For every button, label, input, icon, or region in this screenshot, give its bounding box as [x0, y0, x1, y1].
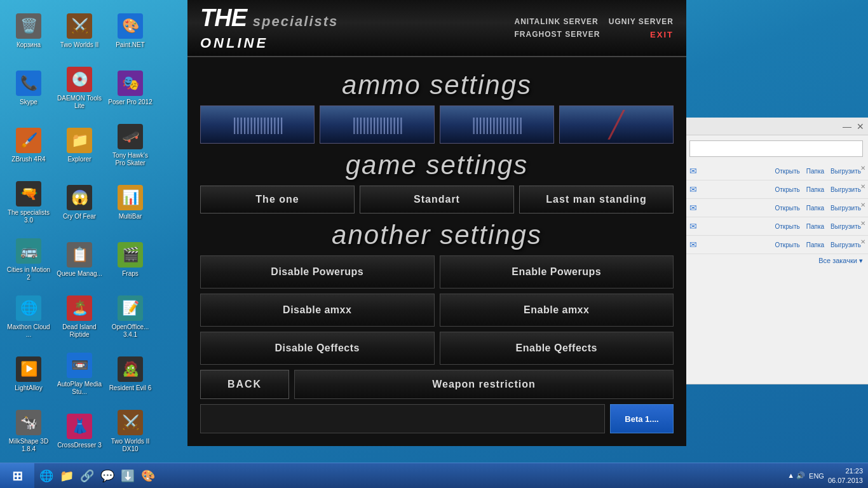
- paint-net-icon: 🎨: [118, 13, 143, 39]
- back-button[interactable]: BACK: [200, 370, 289, 399]
- download-item-4: ✉ ОткрытьПапкаВыгрузить ✕: [684, 236, 868, 254]
- dl-action-папка-3[interactable]: Папка: [804, 222, 826, 231]
- setting-btn-enable-powerups[interactable]: Enable Powerups: [440, 255, 674, 288]
- desktop-icon-cry-of-fear[interactable]: 😱 Cry Of Fear: [54, 175, 105, 231]
- taskbar-time-display: 21:23: [828, 466, 863, 475]
- download-actions-3: ОткрытьПапкаВыгрузить: [773, 222, 863, 231]
- desktop-icons-area: 🗑️ Корзина ⚔️ Two Worlds II 🎨 Paint.NET …: [0, 0, 184, 464]
- dl-action-папка-2[interactable]: Папка: [804, 204, 826, 212]
- dl-action-открыть-2[interactable]: Открыть: [773, 204, 801, 212]
- desktop-icon-lightalloy[interactable]: ▶️ LightAlloy: [3, 346, 54, 402]
- dl-action-выгрузить-2[interactable]: Выгрузить: [829, 204, 863, 212]
- setting-btn-disable-qeffects[interactable]: Disable Qeffects: [200, 332, 435, 365]
- desktop-icon-recycle-bin[interactable]: 🗑️ Корзина: [3, 3, 54, 59]
- desktop-icon-resident-evil[interactable]: 🧟 Resident Evil 6: [105, 346, 156, 402]
- dl-action-папка-0[interactable]: Папка: [804, 167, 826, 175]
- taskbar-icon-5[interactable]: 🎨: [139, 464, 158, 487]
- desktop-icon-two-worlds-ii[interactable]: ⚔️ Two Worlds II: [54, 3, 105, 59]
- weapon-restriction-button[interactable]: Weapon restriction: [294, 370, 674, 399]
- fraghost-server-link[interactable]: FRAGHOST SERVER: [515, 30, 600, 39]
- fraps-icon: 🎬: [118, 242, 143, 268]
- dl-action-выгрузить-3[interactable]: Выгрузить: [829, 222, 863, 231]
- dl-action-открыть-3[interactable]: Открыть: [773, 222, 801, 231]
- game-mode-last-man-standing[interactable]: Last man standing: [519, 186, 674, 214]
- start-button[interactable]: ⊞: [0, 463, 34, 489]
- download-close-3[interactable]: ✕: [860, 220, 865, 227]
- desktop-icon-crossdresser[interactable]: 👗 CrossDresser 3: [54, 403, 105, 459]
- game-mode-the-one[interactable]: The one: [200, 186, 355, 214]
- desktop-icon-cities-in-motion[interactable]: 🚌 Cities in Motion 2: [3, 232, 54, 288]
- download-panel-minimize[interactable]: —: [843, 121, 851, 132]
- lightalloy-label: LightAlloy: [15, 384, 42, 392]
- desktop-icon-autoplay[interactable]: 📼 AutoPlay Media Stu...: [54, 346, 105, 402]
- ammo-slot-slot3[interactable]: [440, 105, 554, 144]
- game-topbar: THE specialists ONLINE ANITALINK SERVER …: [187, 0, 686, 57]
- ammo-slot-slot1[interactable]: [200, 105, 315, 144]
- dl-action-открыть-1[interactable]: Открыть: [773, 186, 801, 194]
- dl-action-открыть-0[interactable]: Открыть: [773, 167, 801, 175]
- openoffice-label: OpenOffice... 3.4.1: [107, 323, 153, 339]
- download-close-1[interactable]: ✕: [860, 183, 865, 190]
- openoffice-icon: 📝: [118, 295, 143, 321]
- all-downloads-button[interactable]: Все закачки ▾: [818, 257, 863, 265]
- setting-btn-disable-amxx[interactable]: Disable amxx: [200, 294, 435, 327]
- server-address-input[interactable]: [200, 404, 605, 433]
- download-close-2[interactable]: ✕: [860, 201, 865, 208]
- queue-manager-icon: 📋: [67, 242, 92, 268]
- dl-action-выгрузить-1[interactable]: Выгрузить: [829, 186, 863, 194]
- poser-pro-icon: 🎭: [118, 71, 143, 96]
- ugniy-server-link[interactable]: UGNIY SERVER: [609, 17, 674, 26]
- download-close-4[interactable]: ✕: [860, 238, 865, 245]
- desktop-icon-queue-manager[interactable]: 📋 Queue Manag...: [54, 232, 105, 288]
- bottom-input-area: Beta 1....: [200, 399, 674, 433]
- desktop-icon-dead-island[interactable]: 🏝️ Dead Island Riptide: [54, 289, 105, 345]
- desktop-icon-explorer[interactable]: 📁 Explorer: [54, 118, 105, 173]
- setting-btn-enable-qeffects[interactable]: Enable Qeffects: [440, 332, 674, 365]
- desktop-icon-zbrush[interactable]: 🖌️ ZBrush 4R4: [3, 118, 54, 173]
- game-mode-standart[interactable]: Standart: [360, 186, 514, 214]
- ammo-slot-slot2[interactable]: [320, 105, 434, 144]
- connect-button[interactable]: Beta 1....: [610, 404, 674, 433]
- exit-button[interactable]: EXIT: [650, 30, 674, 39]
- ammo-slot-slot4[interactable]: [559, 105, 674, 144]
- dl-action-выгрузить-4[interactable]: Выгрузить: [829, 241, 863, 249]
- dl-action-папка-1[interactable]: Папка: [804, 186, 826, 194]
- setting-btn-enable-amxx[interactable]: Enable amxx: [440, 294, 674, 327]
- desktop-icon-two-worlds-dx10[interactable]: ⚔️ Two Worlds II DX10: [105, 403, 156, 459]
- download-panel-close[interactable]: ✕: [857, 121, 864, 132]
- dl-action-папка-4[interactable]: Папка: [804, 241, 826, 249]
- dl-action-открыть-4[interactable]: Открыть: [773, 241, 801, 249]
- taskbar-icon-3[interactable]: 💬: [98, 464, 117, 487]
- download-search-input[interactable]: [689, 140, 863, 157]
- download-item-0: ✉ ОткрытьПапкаВыгрузить ✕: [684, 162, 868, 180]
- desktop-icon-fraps[interactable]: 🎬 Fraps: [105, 232, 156, 288]
- desktop-icon-openoffice[interactable]: 📝 OpenOffice... 3.4.1: [105, 289, 156, 345]
- taskbar-icon-2[interactable]: 🔗: [78, 464, 97, 487]
- another-settings-title: another settings: [200, 220, 674, 250]
- desktop-icon-daemon-tools[interactable]: 💿 DAEMON Tools Lite: [54, 60, 105, 116]
- desktop-icon-milkshape[interactable]: 🐄 MilkShape 3D 1.8.4: [3, 403, 54, 459]
- desktop-icon-the-specialists[interactable]: 🔫 The specialists 3.0: [3, 175, 54, 231]
- desktop-icon-paint-net[interactable]: 🎨 Paint.NET: [105, 3, 156, 59]
- anitalink-server-link[interactable]: ANITALINK SERVER: [515, 17, 599, 26]
- setting-btn-disable-powerups[interactable]: Disable Powerups: [200, 255, 435, 288]
- desktop-icon-poser-pro[interactable]: 🎭 Poser Pro 2012: [105, 60, 156, 116]
- resident-evil-icon: 🧟: [118, 356, 143, 382]
- dl-action-выгрузить-0[interactable]: Выгрузить: [829, 167, 863, 175]
- download-icon-3: ✉: [689, 221, 697, 231]
- taskbar-icon-4[interactable]: ⬇️: [118, 464, 137, 487]
- desktop-icon-multibar[interactable]: 📊 MultiBar: [105, 175, 156, 231]
- multibar-icon: 📊: [118, 185, 143, 210]
- desktop-icon-maxthon[interactable]: 🌐 Maxthon Cloud ...: [3, 289, 54, 345]
- recycle-bin-label: Корзина: [17, 41, 41, 49]
- desktop-icon-tony-hawk[interactable]: 🛹 Tony Hawk's Pro Skater: [105, 118, 156, 173]
- two-worlds-ii-icon: ⚔️: [67, 13, 92, 39]
- skype-icon: 📞: [16, 71, 41, 96]
- taskbar-icon-0[interactable]: 🌐: [37, 464, 56, 487]
- maxthon-icon: 🌐: [16, 295, 41, 321]
- taskbar-icon-1[interactable]: 📁: [57, 464, 76, 487]
- poser-pro-label: Poser Pro 2012: [108, 98, 153, 106]
- daemon-tools-label: DAEMON Tools Lite: [57, 95, 102, 110]
- download-close-0[interactable]: ✕: [860, 165, 865, 172]
- desktop-icon-skype[interactable]: 📞 Skype: [3, 60, 54, 116]
